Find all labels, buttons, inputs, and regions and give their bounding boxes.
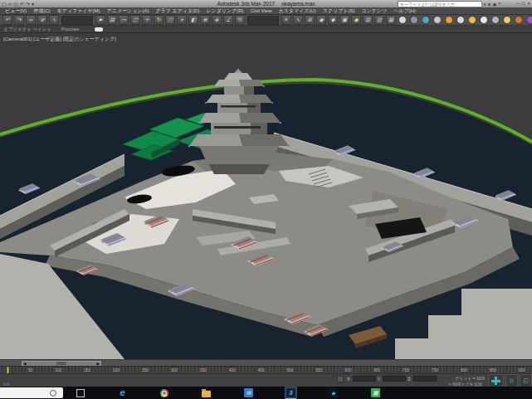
- toolbar-icon-glyph: ⊞: [307, 17, 311, 23]
- timeline-ticks: 5010015020025030035040045050055060065070…: [0, 368, 532, 372]
- mail-app-icon[interactable]: ✉: [244, 388, 253, 397]
- custom-tool-icon[interactable]: [468, 16, 476, 24]
- select-and-rotate-icon[interactable]: ↻: [154, 15, 164, 25]
- 3dsmax-app-icon[interactable]: 3: [286, 388, 295, 397]
- ribbon-tab[interactable]: Populate: [61, 27, 80, 32]
- ribbon-tabs: オブジェクト ペイントPopulate: [3, 27, 90, 32]
- render-setup-icon[interactable]: ◆: [328, 15, 338, 25]
- autodesk-app-icon[interactable]: ◆: [329, 388, 338, 397]
- file-explorer-icon[interactable]: [202, 391, 211, 397]
- menu-item[interactable]: Civil View: [247, 7, 276, 15]
- taskbar-search-box[interactable]: [0, 387, 63, 398]
- search-dropdown-icon[interactable]: ▾: [484, 2, 486, 7]
- scene-explorer-icon[interactable]: ▤: [363, 15, 373, 25]
- menu-item[interactable]: ヘルプ(H): [390, 7, 419, 15]
- selection-lock-icon[interactable]: [337, 376, 344, 382]
- select-by-name-icon[interactable]: ▤: [107, 15, 117, 25]
- percent-snap-icon[interactable]: %: [235, 15, 245, 25]
- custom-tool-icon[interactable]: [422, 16, 430, 24]
- menu-item[interactable]: カスタマイズ(U): [276, 7, 320, 15]
- ribbon-tab[interactable]: オブジェクト ペイント: [3, 27, 51, 32]
- select-and-move-icon[interactable]: ✛: [142, 15, 152, 25]
- curve-editor-icon[interactable]: ∿: [293, 15, 303, 25]
- ribbon-minimize-toggle[interactable]: [95, 27, 103, 32]
- maximize-button[interactable]: □: [522, 0, 525, 7]
- x-coordinate-field[interactable]: [353, 376, 376, 382]
- custom-tool-icon[interactable]: [445, 16, 453, 24]
- viewport-navigation: ⊙◱: [488, 374, 532, 387]
- favorites-icon[interactable]: ★: [487, 2, 491, 7]
- undo-icon[interactable]: ↶: [2, 15, 12, 25]
- task-view-icon[interactable]: [76, 389, 85, 397]
- menu-item[interactable]: レンダリング(R): [203, 7, 246, 15]
- z-coordinate-field[interactable]: [413, 376, 437, 382]
- custom-tool-icon[interactable]: [526, 16, 532, 24]
- menu-item[interactable]: スクリプト(S): [320, 7, 359, 15]
- rendered-frame-icon[interactable]: ▣: [339, 15, 349, 25]
- custom-tool-icon[interactable]: [433, 16, 442, 24]
- unlink-selection-icon[interactable]: ⊘: [37, 15, 47, 25]
- menu-item[interactable]: グラフ エディタ(D): [152, 7, 203, 15]
- selection-filter-dropdown[interactable]: [61, 16, 93, 25]
- redo-icon[interactable]: ↷: [14, 15, 24, 25]
- menu-item[interactable]: 作成(C): [30, 7, 53, 15]
- help-icon[interactable]: ?: [498, 2, 500, 7]
- toolbar-icon-glyph: ∿: [51, 17, 56, 23]
- toolbar-icon-glyph: ▤: [365, 17, 370, 23]
- toolbar-icon-glyph: ↶: [5, 17, 9, 23]
- mirror-icon[interactable]: ◧: [188, 15, 198, 25]
- named-selection-sets-field[interactable]: [247, 16, 279, 25]
- zoom-extents-all-icon[interactable]: [488, 374, 504, 387]
- container-explorer-icon[interactable]: ▦: [386, 15, 396, 25]
- tick-label: 300: [171, 368, 178, 372]
- custom-tool-icon[interactable]: [456, 16, 465, 24]
- menu-item[interactable]: アニメーション(A): [104, 7, 153, 15]
- align-icon[interactable]: ≣: [200, 15, 210, 25]
- material-editor-icon[interactable]: ◉: [316, 15, 326, 25]
- tick-label: 850: [490, 368, 496, 372]
- menu-item[interactable]: コンテンツ: [358, 7, 390, 15]
- reference-coordinate-dropdown[interactable]: ▾: [177, 15, 187, 25]
- select-object-icon[interactable]: ➤: [95, 15, 105, 25]
- y-coordinate-field[interactable]: [383, 376, 406, 382]
- angle-snap-icon[interactable]: ∠: [223, 15, 233, 25]
- tick-label: 450: [258, 368, 265, 372]
- custom-tool-icon[interactable]: [410, 16, 418, 24]
- maximize-viewport-icon[interactable]: ◱: [520, 374, 532, 387]
- schematic-view-icon[interactable]: ⊞: [305, 15, 315, 25]
- toolbar-icon-glyph: %: [237, 17, 242, 23]
- menu-item[interactable]: モディファイヤ(M): [54, 7, 104, 15]
- snaps-toggle-icon[interactable]: ◈: [212, 15, 222, 25]
- render-production-icon[interactable]: ◉: [351, 15, 361, 25]
- custom-tool-icon[interactable]: [398, 16, 407, 24]
- bind-to-space-warp-icon[interactable]: ∿: [49, 15, 59, 25]
- rectangular-selection-icon[interactable]: ▭: [119, 15, 129, 25]
- window-crossing-icon[interactable]: ◫: [130, 15, 140, 25]
- custom-tool-icon[interactable]: [491, 16, 500, 24]
- select-and-link-icon[interactable]: ∞: [26, 15, 36, 25]
- viewport[interactable]: [Camera001] [ユーザ定義] [既定のシェーディング]: [0, 33, 532, 359]
- toolbar-icon-glyph: ▦: [388, 17, 393, 23]
- viewport-3d-scene[interactable]: [0, 33, 532, 359]
- layer-explorer-icon[interactable]: ▥: [374, 15, 384, 25]
- main-toolbar: ↶↷∞⊘∿➤▤▭◫✛↻◰▾◧≣◈∠%≡∿⊞◉◆▣◉▤▥▦: [0, 15, 532, 26]
- custom-tool-icon[interactable]: [480, 16, 488, 24]
- edge-browser-icon[interactable]: e: [118, 388, 127, 397]
- x-label: X:: [347, 377, 351, 382]
- close-button[interactable]: ×: [527, 0, 530, 7]
- communication-center-icon[interactable]: ◉: [493, 2, 496, 7]
- time-slider-bar[interactable]: ◀ 0/900 ▶: [0, 359, 532, 366]
- field-of-view-icon[interactable]: ⊙: [505, 374, 518, 387]
- select-and-scale-icon[interactable]: ◰: [165, 15, 175, 25]
- track-bar[interactable]: 5010015020025030035040045050055060065070…: [0, 366, 532, 373]
- menu-item[interactable]: ビュー(V): [2, 7, 30, 15]
- chrome-browser-icon[interactable]: [160, 389, 168, 397]
- custom-tool-icon[interactable]: [503, 16, 511, 24]
- layer-manager-icon[interactable]: ≡: [281, 15, 291, 25]
- toolbar-icon-glyph: ➤: [98, 17, 102, 23]
- nav-icons: ⊙◱: [505, 374, 532, 387]
- green-app-icon[interactable]: ▦: [371, 388, 380, 397]
- minimize-button[interactable]: –: [517, 0, 520, 7]
- viewport-label[interactable]: [Camera001] [ユーザ定義] [既定のシェーディング]: [3, 36, 116, 43]
- custom-tool-icon[interactable]: [515, 16, 523, 24]
